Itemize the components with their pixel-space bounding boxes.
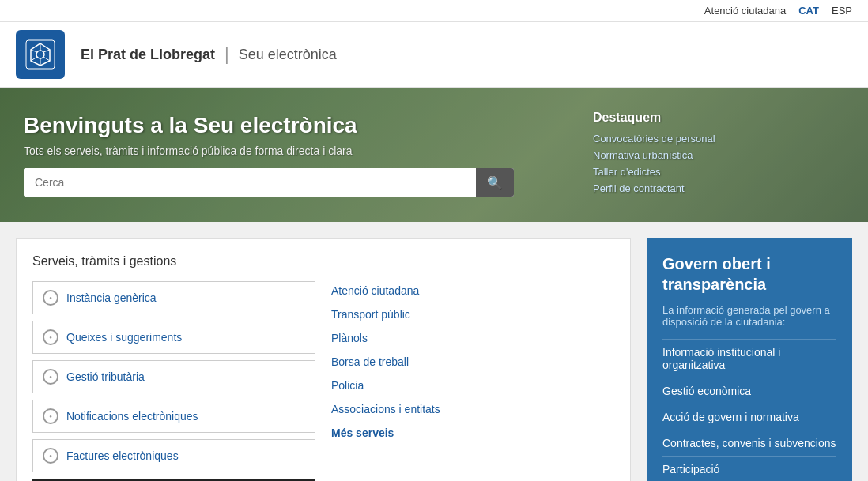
govern-link-4[interactable]: Participació: [662, 457, 836, 481]
header-divider: |: [225, 44, 229, 65]
govern-panel: Govern obert i transparència La informac…: [647, 238, 852, 481]
more-services-link[interactable]: Més serveis: [331, 427, 614, 439]
destacat-link-0[interactable]: Convocatòries de personal: [593, 133, 735, 145]
service-label-1: Queixes i suggeriments: [66, 331, 182, 344]
top-bar: Atenció ciutadana CAT ESP: [0, 0, 868, 22]
hero-sidebar: Destaquem Convocatòries de personal Norm…: [577, 98, 751, 212]
search-bar: 🔍: [24, 168, 514, 197]
header-title: El Prat de Llobregat | Seu electrònica: [81, 44, 337, 65]
service-label-2: Gestió tributària: [66, 370, 145, 383]
destacat-link-2[interactable]: Taller d'edictes: [593, 166, 735, 178]
right-link-1[interactable]: Transport públic: [331, 308, 614, 321]
hero-title: Benvinguts a la Seu electrònica: [24, 113, 553, 138]
govern-link-2[interactable]: Acció de govern i normativa: [662, 404, 836, 430]
services-left: Instància genèrica Queixes i suggeriment…: [32, 281, 315, 481]
service-icon-1: [43, 329, 58, 345]
city-name: El Prat de Llobregat: [81, 47, 215, 63]
right-link-5[interactable]: Associacions i entitats: [331, 403, 614, 415]
service-icon-2: [43, 369, 58, 385]
govern-link-0[interactable]: Informació institucional i organitzativa: [662, 339, 836, 378]
atencio-ciutadana-link[interactable]: Atenció ciutadana: [704, 5, 786, 17]
govern-link-1[interactable]: Gestió econòmica: [662, 378, 836, 404]
hero-subtitle: Tots els serveis, tràmits i informació p…: [24, 145, 553, 157]
service-item-4[interactable]: Factures electròniques: [32, 439, 315, 472]
services-grid: Instància genèrica Queixes i suggeriment…: [32, 281, 614, 481]
service-item-0[interactable]: Instància genèrica: [32, 281, 315, 314]
lang-cat[interactable]: CAT: [798, 5, 819, 17]
service-label-3: Notificacions electròniques: [66, 410, 198, 423]
service-item-3[interactable]: Notificacions electròniques: [32, 400, 315, 433]
destacats-title: Destaquem: [593, 111, 735, 125]
search-button[interactable]: 🔍: [476, 168, 514, 197]
govern-link-3[interactable]: Contractes, convenis i subvencions: [662, 430, 836, 457]
search-input[interactable]: [24, 168, 476, 197]
services-panel: Serveis, tràmits i gestions Instància ge…: [16, 238, 631, 481]
destacat-link-1[interactable]: Normativa urbanística: [593, 149, 735, 161]
seu-label: Seu electrònica: [239, 47, 337, 63]
services-title: Serveis, tràmits i gestions: [32, 254, 614, 269]
service-item-2[interactable]: Gestió tributària: [32, 360, 315, 393]
services-right: Atenció ciutadana Transport públic Plàno…: [331, 281, 614, 481]
service-icon-3: [43, 408, 58, 424]
right-link-3[interactable]: Borsa de treball: [331, 355, 614, 368]
hero-banner: Benvinguts a la Seu electrònica Tots els…: [0, 88, 868, 222]
hero-content: Benvinguts a la Seu electrònica Tots els…: [0, 113, 577, 197]
govern-intro: La informació generada pel govern a disp…: [662, 304, 836, 328]
service-label-4: Factures electròniques: [66, 449, 179, 462]
lang-esp[interactable]: ESP: [832, 5, 852, 17]
right-link-2[interactable]: Plànols: [331, 332, 614, 344]
main-content: Serveis, tràmits i gestions Instància ge…: [0, 222, 868, 481]
service-item-1[interactable]: Queixes i suggeriments: [32, 321, 315, 354]
service-icon-4: [43, 448, 58, 464]
logo[interactable]: [16, 30, 65, 79]
right-link-4[interactable]: Policia: [331, 379, 614, 392]
service-label-0: Instància genèrica: [66, 291, 157, 304]
service-icon-0: [43, 290, 58, 306]
govern-title: Govern obert i transparència: [662, 254, 836, 295]
right-link-0[interactable]: Atenció ciutadana: [331, 284, 614, 297]
site-header: El Prat de Llobregat | Seu electrònica: [0, 22, 868, 88]
destacat-link-3[interactable]: Perfil de contractant: [593, 182, 735, 194]
